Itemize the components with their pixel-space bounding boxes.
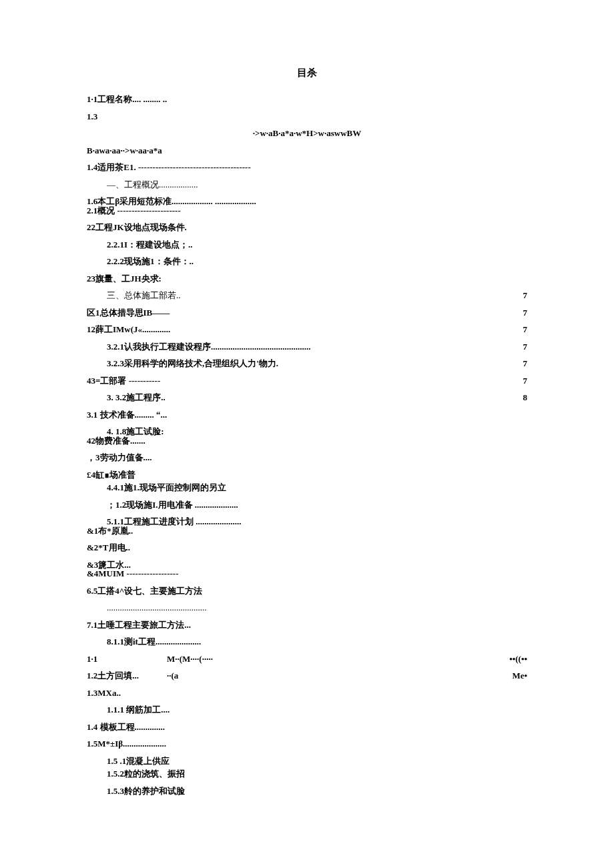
toc-entry-label: 1·1	[87, 653, 167, 666]
toc-entry-page: 7	[514, 306, 527, 320]
toc-entry-mid-garble: ··(a	[167, 669, 178, 683]
toc-entry: 2.1概况 ----------------------	[87, 204, 527, 218]
toc-entry-label: 3.2.1认我执行工程建设程序.........................…	[107, 340, 311, 354]
toc-entry-label: 1.3MXa..	[87, 687, 121, 700]
toc-entry-label: 12薛工IMw(J«.............	[87, 323, 170, 336]
toc-entry-label: 3.1 技术准备......... “...	[87, 408, 167, 422]
toc-entry: 22工程JK设地点现场条件.	[87, 221, 527, 234]
toc-entry-label: 3. 3.2施工程序..	[107, 391, 166, 404]
toc-entry-label: 1.5.2粒的浇筑、振招	[107, 767, 185, 781]
toc-entry: 2.2.1I：程建设地点；..	[87, 238, 527, 252]
toc-entry-split: 1.2土方回填...··(aMe•	[87, 669, 527, 683]
toc-entry: ；1.2现场施I.用电准备 ....................	[87, 498, 527, 512]
toc-entry-label: 43=工部署 -----------	[87, 374, 160, 388]
toc-entry: 23旗量、工JH央求:	[87, 272, 527, 286]
toc-entry: —、工程概况..................	[87, 178, 527, 191]
toc-entry-label: ........................................…	[107, 601, 207, 614]
toc-entry-page: 7	[514, 289, 527, 302]
toc-entry-label: B·awa·aa··>w·aa·a*a	[87, 145, 162, 155]
toc-entry: 1.5M*±Iβ....................	[87, 737, 527, 751]
toc-entry-label: 1.1.1 纲筋加工....	[107, 703, 170, 717]
toc-entry: 1.3MXa..	[87, 687, 527, 700]
toc-entry-right-garble: Me•	[512, 669, 527, 683]
toc-entry: 8.1.1测it工程.....................	[87, 635, 527, 648]
toc-entry-label: 42物费准备.......	[87, 434, 145, 448]
toc-entry-label: 8.1.1测it工程.....................	[107, 635, 201, 648]
toc-entry-right-garble: ••((••	[509, 653, 527, 666]
toc-tail: 1.3MXa..1.1.1 纲筋加工....1.4 模板工程..........…	[87, 687, 527, 798]
toc-entry-label: 1.5 .1混凝上供应	[107, 755, 170, 768]
toc-entry-label: 区1总体措导思IB——	[87, 306, 170, 320]
toc-entry-label: ；1.2现场施I.用电准备 ....................	[107, 498, 238, 512]
toc-entry: 1.5.3舲的养护和试脸	[87, 785, 527, 798]
toc-entry: 4.4.1施1.现场平面控制网的另立	[87, 481, 527, 494]
toc-entry: 区1总体措导思IB——7	[87, 306, 527, 320]
split-rows-block: 1·1M··(M····(·····••((••1.2土方回填...··(aMe…	[87, 653, 527, 683]
toc-entry-label: 6.5工搭4^设七、主要施工方法	[87, 584, 202, 598]
toc-entry: 1.1.1 纲筋加工....	[87, 703, 527, 717]
toc-body: 1·1工程名称.... ........ ..1.3·>w·aB·a*a·w*H…	[87, 93, 527, 648]
toc-entry: 43=工部署 -----------7	[87, 374, 527, 388]
toc-entry-label: 1.5M*±Iβ....................	[87, 737, 166, 751]
toc-entry: 1·1工程名称.... ........ ..	[87, 93, 527, 106]
toc-entry-label: 2.2.1I：程建设地点；..	[107, 238, 193, 252]
toc-entry-label: —、工程概况..................	[107, 178, 198, 191]
toc-entry: ........................................…	[87, 601, 527, 614]
toc-entry-label: 1.4适用茶E1. ------------------------------…	[87, 161, 251, 174]
toc-entry-label: ，3劳动力值备....	[87, 451, 152, 464]
toc-entry-label: &4MUIM ------------------	[87, 567, 179, 580]
toc-entry: 三、总体施工部若..7	[87, 289, 527, 302]
toc-entry-label: 7.1土唾工程主要旅工方法...	[87, 618, 191, 632]
toc-entry-label: 1.3	[87, 110, 97, 123]
toc-entry-label: £4缸∎场准普	[87, 468, 135, 482]
toc-entry-label: ·>w·aB·a*a·w*H>w·aswwBW	[253, 128, 362, 138]
toc-entry: 2.2.2现场施1：条件：..	[87, 255, 527, 268]
toc-entry-split: 1·1M··(M····(·····••((••	[87, 653, 527, 666]
toc-entry-label: 三、总体施工部若..	[107, 289, 181, 302]
toc-entry-label: 2.2.2现场施1：条件：..	[107, 255, 194, 268]
toc-entry: ，3劳动力值备....	[87, 451, 527, 464]
toc-entry-label: 1.5.3舲的养护和试脸	[107, 785, 185, 798]
toc-entry: 1.5 .1混凝上供应	[87, 755, 527, 768]
toc-entry: 1.3	[87, 110, 527, 123]
toc-entry: &4MUIM ------------------	[87, 567, 527, 580]
toc-entry: 1.4适用茶E1. ------------------------------…	[87, 161, 527, 174]
toc-entry: 1.5.2粒的浇筑、振招	[87, 767, 527, 781]
toc-entry-label: 4.4.1施1.现场平面控制网的另立	[107, 481, 226, 494]
toc-entry-page: 7	[514, 357, 527, 370]
toc-entry-page: 7	[514, 374, 527, 388]
toc-entry: 6.5工搭4^设七、主要施工方法	[87, 584, 527, 598]
toc-entry: 3.2.1认我执行工程建设程序.........................…	[87, 340, 527, 354]
toc-entry-page: 7	[514, 340, 527, 354]
toc-entry: 3.1 技术准备......... “...	[87, 408, 527, 422]
toc-entry-label: 1.4 模板工程..............	[87, 721, 165, 734]
toc-entry: 7.1土唾工程主要旅工方法...	[87, 618, 527, 632]
toc-entry-label: 3.2.3采用科学的网络技术,合理组织人力'物力.	[107, 357, 278, 370]
toc-entry: 12薛工IMw(J«.............7	[87, 323, 527, 336]
toc-entry-label: 2.1概况 ----------------------	[87, 204, 181, 218]
toc-entry: &2*T用电..	[87, 541, 527, 554]
toc-entry-label: 1.2土方回填...	[87, 669, 167, 683]
toc-entry: 3. 3.2施工程序..8	[87, 391, 527, 404]
toc-entry-label: 23旗量、工JH央求:	[87, 272, 162, 286]
toc-entry: 3.2.3采用科学的网络技术,合理组织人力'物力.7	[87, 357, 527, 370]
toc-entry: 1.4 模板工程..............	[87, 721, 527, 734]
toc-entry: £4缸∎场准普	[87, 468, 527, 482]
toc-entry-label: &1布*原胤..	[87, 524, 133, 538]
toc-entry-page: 8	[514, 391, 527, 404]
toc-entry: B·awa·aa··>w·aa·a*a	[87, 144, 527, 157]
toc-entry-page: 7	[514, 323, 527, 336]
toc-entry-mid-garble: M··(M····(·····	[167, 653, 213, 666]
toc-entry-label: 22工程JK设地点现场条件.	[87, 221, 187, 234]
toc-entry-label: &2*T用电..	[87, 541, 130, 554]
document-title: 目杀	[87, 67, 527, 79]
toc-entry: ·>w·aB·a*a·w*H>w·aswwBW	[87, 127, 527, 140]
toc-entry-label: 1·1工程名称.... ........ ..	[87, 93, 167, 106]
